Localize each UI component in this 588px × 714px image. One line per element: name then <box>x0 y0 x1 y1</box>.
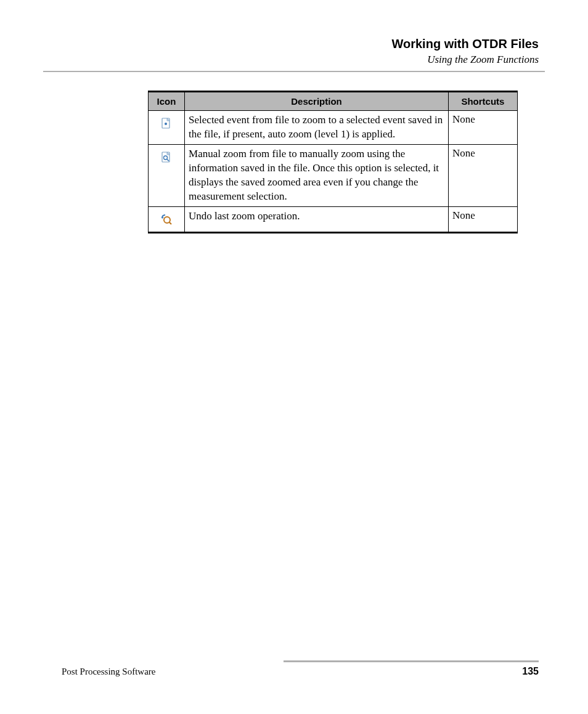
svg-point-1 <box>165 123 167 125</box>
table-row: Undo last zoom operation. None <box>149 206 518 232</box>
table-header-row: Icon Description Shortcuts <box>149 92 518 111</box>
icon-cell <box>149 111 185 145</box>
page-header: Working with OTDR Files Using the Zoom F… <box>43 37 545 66</box>
col-header-icon: Icon <box>149 92 185 111</box>
undo-zoom-icon <box>160 213 173 225</box>
header-rule <box>43 71 545 72</box>
file-zoom-icon <box>160 151 173 163</box>
section-title: Using the Zoom Functions <box>43 54 539 66</box>
shortcut-cell: None <box>448 206 517 232</box>
table-row: Manual zoom from file to manually zoom u… <box>149 144 518 206</box>
col-header-description: Description <box>185 92 449 111</box>
zoom-functions-table: Icon Description Shortcuts Selected even… <box>148 91 518 233</box>
page-footer: Post Processing Software 135 <box>62 660 539 677</box>
description-cell: Manual zoom from file to manually zoom u… <box>185 144 449 206</box>
footer-page-number: 135 <box>522 666 539 677</box>
svg-line-6 <box>169 222 172 224</box>
footer-rule <box>284 660 539 662</box>
chapter-title: Working with OTDR Files <box>43 37 539 51</box>
description-cell: Undo last zoom operation. <box>185 206 449 232</box>
footer-product: Post Processing Software <box>62 667 156 677</box>
file-event-icon <box>160 117 173 129</box>
shortcut-cell: None <box>448 144 517 206</box>
icon-cell <box>149 206 185 232</box>
col-header-shortcuts: Shortcuts <box>448 92 517 111</box>
shortcut-cell: None <box>448 111 517 145</box>
description-cell: Selected event from file to zoom to a se… <box>185 111 449 145</box>
table-row: Selected event from file to zoom to a se… <box>149 111 518 145</box>
icon-cell <box>149 144 185 206</box>
